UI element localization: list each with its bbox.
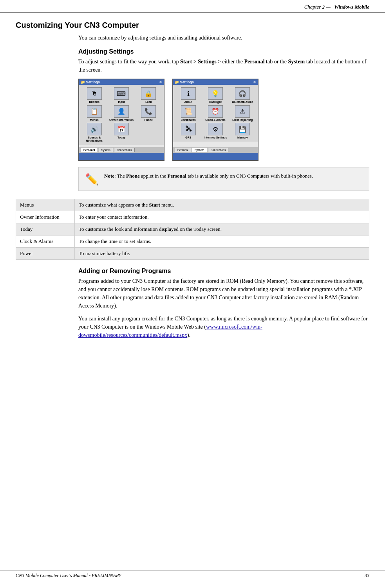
tab-connections-right: Connections xyxy=(208,148,229,152)
tab-personal-right: Personal xyxy=(175,148,191,152)
screenshot-personal: 📁 Settings ✕ 🖱 Buttons ⌨ Input 🔒 Lock 📋 xyxy=(78,79,164,161)
screenshot-right-tabs: Personal System Connections xyxy=(173,147,258,153)
para2-post: ). xyxy=(187,332,190,338)
screenshot-left-icons: 🖱 Buttons ⌨ Input 🔒 Lock 📋 Menus 👤 xyxy=(79,85,164,145)
screenshot-right-bottombar xyxy=(173,153,258,160)
screenshot-right-icons: ℹ About 💡 Backlight 🎧 Bluetooth Audio 📜 … xyxy=(173,85,258,142)
screenshot-right-controls: ✕ xyxy=(253,80,256,84)
settings-table: MenusTo customize what appears on the St… xyxy=(16,199,369,260)
table-cell-item: Owner Information xyxy=(16,211,75,223)
table-cell-description: To customize the look and information di… xyxy=(75,223,369,236)
section-heading: Customizing Your CN3 Computer xyxy=(16,21,369,30)
page-content: Customizing Your CN3 Computer You can cu… xyxy=(0,13,385,367)
screenshot-left-controls: ✕ xyxy=(159,80,162,84)
phone-icon-sounds: 🔊 Sounds & Notifications xyxy=(81,123,107,142)
footer-right: 33 xyxy=(365,573,369,579)
phone-icon-bluetooth: 🎧 Bluetooth Audio xyxy=(230,87,255,104)
phone-icon-certificates: 📜 Certificates xyxy=(175,105,201,122)
book-title: Windows Mobile xyxy=(334,4,369,10)
tab-system-left: System xyxy=(99,148,113,152)
adjusting-settings-heading: Adjusting Settings xyxy=(78,48,369,55)
phone-icon-about: ℹ About xyxy=(175,87,201,104)
phone-icon-memory: 💾 Memory xyxy=(230,123,255,139)
chapter-label: Chapter 2 — xyxy=(304,4,331,10)
screenshot-left-title: 📁 Settings xyxy=(81,80,100,84)
tab-personal-left: Personal xyxy=(81,148,98,152)
table-cell-description: To change the time or to set alarms. xyxy=(75,236,369,248)
phone-icon-intermec: ⚙ Intermec Settings xyxy=(202,123,228,139)
table-row: MenusTo customize what appears on the St… xyxy=(16,199,369,211)
adding-programs-heading: Adding or Removing Programs xyxy=(78,268,369,275)
tab-system-right: System xyxy=(192,148,207,152)
screenshot-right-title: 📁 Settings xyxy=(175,80,194,84)
table-cell-item: Power xyxy=(16,248,75,260)
screenshot-left-titlebar: 📁 Settings ✕ xyxy=(79,79,164,85)
screenshot-system: 📁 Settings ✕ ℹ About 💡 Backlight 🎧 Bluet… xyxy=(172,79,258,161)
phone-icon-error: ⚠ Error Reporting xyxy=(230,105,255,122)
adding-programs-para1: Programs added to your CN3 Computer at t… xyxy=(78,277,369,310)
screenshots-container: 📁 Settings ✕ 🖱 Buttons ⌨ Input 🔒 Lock 📋 xyxy=(78,79,369,161)
phone-icon-menus: 📋 Menus xyxy=(81,105,107,122)
adjusting-settings-body: To adjust settings to fit the way you wo… xyxy=(78,58,369,74)
note-box: ✏️ Note: The Phone applet in the Persona… xyxy=(78,167,369,191)
note-text: Note: The Phone applet in the Personal t… xyxy=(104,172,313,180)
intro-text: You can customize by adjusting settings … xyxy=(78,34,369,42)
note-icon: ✏️ xyxy=(85,173,99,186)
tab-connections-left: Connections xyxy=(114,148,135,152)
page-header: Chapter 2 — Windows Mobile xyxy=(0,0,385,13)
table-cell-item: Menus xyxy=(16,199,75,211)
page-footer: CN3 Mobile Computer User's Manual - PREL… xyxy=(0,570,385,581)
screenshot-right-titlebar: 📁 Settings ✕ xyxy=(173,79,258,85)
phone-icon-gps: 🛰 GPS xyxy=(175,123,201,139)
phone-icon-input: ⌨ Input xyxy=(108,87,134,104)
screenshot-left-tabs: Personal System Connections xyxy=(79,147,164,153)
phone-icon-lock: 🔒 Lock xyxy=(136,87,161,104)
table-cell-item: Today xyxy=(16,223,75,236)
phone-icon-clock: ⏰ Clock & Alarms xyxy=(202,105,228,122)
phone-icon-buttons: 🖱 Buttons xyxy=(81,87,107,104)
table-cell-description: To maximize battery life. xyxy=(75,248,369,260)
table-row: Clock & AlarmsTo change the time or to s… xyxy=(16,236,369,248)
phone-icon-owner: 👤 Owner Information xyxy=(108,105,134,122)
table-cell-description: To customize what appears on the Start m… xyxy=(75,199,369,211)
table-row: PowerTo maximize battery life. xyxy=(16,248,369,260)
footer-left: CN3 Mobile Computer User's Manual - PREL… xyxy=(16,573,121,579)
table-row: TodayTo customize the look and informati… xyxy=(16,223,369,236)
phone-icon-today: 📅 Today xyxy=(108,123,134,142)
phone-icon-phone: 📞 Phone xyxy=(136,105,161,122)
screenshot-left-bottombar xyxy=(79,153,164,160)
table-row: Owner InformationTo enter your contact i… xyxy=(16,211,369,223)
table-cell-item: Clock & Alarms xyxy=(16,236,75,248)
table-cell-description: To enter your contact information. xyxy=(75,211,369,223)
adding-programs-para2: You can install any program created for … xyxy=(78,315,369,339)
phone-icon-backlight: 💡 Backlight xyxy=(202,87,228,104)
